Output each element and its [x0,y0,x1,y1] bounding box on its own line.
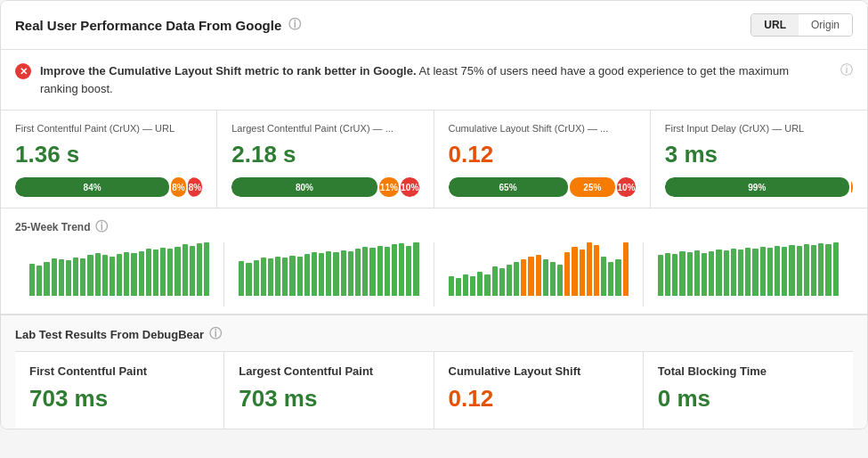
trend-bar-1-19 [377,246,383,296]
alert-text: Improve the Cumulative Layout Shift metr… [40,62,824,97]
metrics-grid: First Contentful Paint (CrUX) — URL1.36 … [1,110,867,209]
trend-bar-1-4 [268,258,273,296]
trend-bar-2-12 [536,255,541,296]
trend-bar-3-8 [716,249,721,296]
metric-title-3: First Input Delay (CrUX) — URL [665,123,853,134]
trend-bar-0-23 [197,243,202,296]
trend-bar-0-17 [153,249,158,296]
trend-bar-1-10 [312,252,317,296]
trend-chart-0 [15,242,224,307]
lab-title-3: Total Blocking Time [658,364,839,378]
lab-section: Lab Test Results From DebugBear ⓘ First … [1,315,867,429]
header-help-icon[interactable]: ⓘ [288,17,301,33]
lab-help-icon[interactable]: ⓘ [209,326,222,342]
lab-value-3: 0 ms [658,385,839,413]
metric-value-0: 1.36 s [15,141,202,168]
trend-bar-0-9 [95,253,101,296]
trend-bar-2-8 [507,265,512,296]
trend-bar-1-18 [369,248,375,296]
trend-bar-1-0 [239,261,244,296]
metric-card-3: First Input Delay (CrUX) — URL3 ms99% [651,110,867,208]
trend-label: 25-Week Trend [15,221,90,233]
trend-bar-1-6 [282,258,288,296]
trend-bars-0 [29,242,209,296]
trend-bar-1-16 [355,249,361,296]
url-origin-toggle[interactable]: URL Origin [750,13,853,37]
trend-bar-1-13 [333,252,338,296]
origin-toggle-button[interactable]: Origin [799,14,852,36]
metric-progress-1: 80%11%10% [231,177,418,197]
trend-bar-1-22 [399,243,404,296]
lab-value-1: 703 ms [239,385,418,413]
lab-grid: First Contentful Paint703 msLargest Cont… [15,351,853,429]
trend-bar-3-21 [811,245,816,296]
trend-bar-1-21 [392,244,397,296]
trend-bar-3-11 [738,249,743,296]
trend-bar-0-19 [167,249,173,296]
metric-segment-2-0: 65% [449,177,568,197]
metric-segment-0-2: 8% [188,177,203,197]
url-toggle-button[interactable]: URL [751,14,799,36]
alert-help-icon[interactable]: ⓘ [840,62,853,78]
trend-bar-1-24 [413,242,418,296]
trend-bar-2-13 [543,259,548,296]
trend-bar-0-5 [66,260,71,296]
lab-title-2: Cumulative Layout Shift [449,364,629,378]
lab-value-0: 703 ms [29,385,209,413]
trend-bar-2-4 [477,272,483,296]
trend-bar-3-10 [731,249,736,296]
alert-bar: ✕ Improve the Cumulative Layout Shift me… [1,50,867,110]
trend-bar-2-23 [615,259,621,296]
trend-bar-2-3 [470,276,475,296]
trend-bar-1-15 [348,251,353,296]
trend-grid [15,242,853,307]
trend-bar-3-12 [745,248,750,296]
trend-bar-2-16 [564,252,570,296]
trend-bar-1-5 [275,257,280,296]
metric-title-0: First Contentful Paint (CrUX) — URL [15,123,202,134]
trend-bar-1-3 [261,258,266,296]
lab-card-3: Total Blocking Time0 ms [644,351,853,429]
metric-card-1: Largest Contentful Paint (CrUX) — ...2.1… [217,110,434,208]
trend-chart-2 [434,242,644,307]
trend-bar-2-21 [601,257,606,296]
trend-bar-2-9 [514,262,519,296]
trend-bar-3-17 [782,247,787,296]
trend-bar-0-16 [146,249,151,296]
trend-bars-1 [239,242,418,296]
trend-bar-3-15 [767,248,773,296]
trend-bar-2-7 [499,268,505,296]
trend-bar-0-13 [124,252,129,296]
trend-bar-1-11 [319,253,324,296]
trend-bar-2-10 [521,259,526,296]
trend-bar-0-1 [37,266,42,296]
lab-card-2: Cumulative Layout Shift0.12 [434,351,644,429]
trend-help-icon[interactable]: ⓘ [95,219,108,235]
trend-bar-3-19 [797,246,802,296]
trend-bar-1-23 [406,246,411,296]
trend-bar-1-8 [297,257,303,296]
metric-card-0: First Contentful Paint (CrUX) — URL1.36 … [1,110,217,208]
trend-bar-3-13 [752,249,758,296]
trend-bar-2-22 [608,262,613,296]
metric-value-3: 3 ms [665,141,853,168]
trend-bar-1-2 [254,260,259,296]
trend-bar-0-6 [73,258,78,296]
lab-card-0: First Contentful Paint703 ms [15,351,224,429]
trend-bar-1-14 [341,250,346,296]
alert-close-icon[interactable]: ✕ [15,63,31,79]
metric-segment-2-1: 25% [570,177,616,197]
trend-bar-2-14 [550,262,556,296]
trend-bar-2-1 [456,278,461,296]
trend-chart-3 [644,242,853,307]
trend-bar-2-19 [587,242,592,296]
trend-bar-3-23 [825,244,831,296]
lab-value-2: 0.12 [449,385,629,413]
trend-bar-3-6 [702,253,707,296]
trend-bar-3-2 [672,254,677,296]
trend-bar-3-7 [709,251,714,296]
trend-chart-1 [224,242,434,307]
trend-bar-2-2 [463,274,468,296]
metric-title-1: Largest Contentful Paint (CrUX) — ... [231,123,418,134]
metric-card-2: Cumulative Layout Shift (CrUX) — ...0.12… [434,110,651,208]
